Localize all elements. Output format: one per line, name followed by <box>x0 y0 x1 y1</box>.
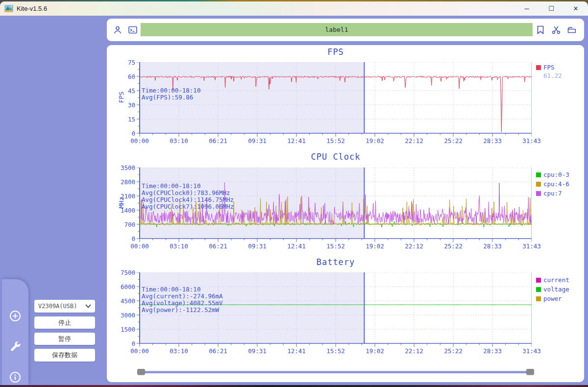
pause-button-label: 暂停 <box>58 335 71 343</box>
minimize-button[interactable]: ─ <box>514 1 539 16</box>
legend-swatch-icon <box>536 172 541 177</box>
battery-legend-item[interactable]: current <box>536 275 569 285</box>
battery-chart-title: Battery <box>189 257 483 267</box>
cpu-x-tick-label: 31:43 <box>516 242 547 250</box>
cpu-x-tick-label: 12:41 <box>281 242 312 250</box>
legend-label: voltage <box>543 286 569 293</box>
fps-stats-annotation: Time:00:00-18:10 Avg(FPS):59.86 <box>142 87 200 101</box>
battery-x-tick-label: 19:02 <box>359 347 391 355</box>
stop-button-label: 停止 <box>58 318 71 327</box>
battery-legend-item[interactable]: voltage <box>536 285 569 294</box>
device-select[interactable]: V2309A(USB) <box>34 300 95 313</box>
cpu-y-tick-label: 700 <box>110 221 135 228</box>
save-data-button[interactable]: 保存数据 <box>34 349 95 362</box>
cpu-legend: cpu:0-3cpu:4-6cpu:7 <box>536 170 569 198</box>
cpu-x-tick-label: 09:31 <box>242 242 273 250</box>
cpu-legend-item[interactable]: cpu:0-3 <box>536 170 569 179</box>
battery-x-tick-label: 00:00 <box>124 347 155 355</box>
fps-chart-title: FPS <box>189 47 483 57</box>
battery-x-tick-label: 03:10 <box>163 347 195 355</box>
fps-y-tick-label: 15 <box>110 116 135 123</box>
cpu-y-tick-label: 2800 <box>110 178 135 186</box>
time-range-slider <box>137 368 534 375</box>
folder-icon[interactable] <box>566 24 577 35</box>
app-icon <box>4 5 13 12</box>
label-bar[interactable]: label1 <box>141 23 533 36</box>
label-bar-text: label1 <box>325 26 348 33</box>
legend-swatch-icon <box>536 65 541 70</box>
slider-handle-left[interactable] <box>137 369 145 375</box>
tools-wrench-icon[interactable] <box>8 339 22 353</box>
window-controls: ─ ☐ ✕ <box>514 1 588 16</box>
legend-swatch-icon <box>536 191 541 196</box>
bookmark-icon[interactable] <box>535 24 546 35</box>
cpu-x-tick-label: 19:02 <box>359 242 391 250</box>
cpu-x-tick-label: 06:21 <box>202 242 234 250</box>
sidebar-dock <box>2 279 28 385</box>
fps-x-tick-label: 03:10 <box>163 137 195 145</box>
cpu-x-tick-label: 00:00 <box>124 242 155 250</box>
console-icon[interactable] <box>127 24 138 35</box>
add-icon[interactable] <box>8 309 22 323</box>
battery-x-tick-label: 25:22 <box>438 347 469 355</box>
fps-y-tick-label: 0 <box>110 130 135 137</box>
battery-y-tick-label: 4500 <box>110 297 135 305</box>
battery-x-tick-label: 09:31 <box>242 347 273 355</box>
slider-track[interactable] <box>140 371 531 373</box>
fps-y-tick-label: 45 <box>110 87 135 95</box>
cpu-legend-item[interactable]: cpu:7 <box>536 189 569 198</box>
toolbar-panel: label1 <box>107 19 584 41</box>
chart-panel: FPSFPS7560453015000:0003:1006:2109:3112:… <box>107 45 584 382</box>
cpu-legend-item[interactable]: cpu:4-6 <box>536 179 569 189</box>
device-select-value: V2309A(USB) <box>38 303 77 310</box>
info-icon[interactable] <box>8 370 22 384</box>
fps-y-tick-label: 75 <box>110 59 135 66</box>
legend-swatch-icon <box>536 287 541 292</box>
fps-x-tick-label: 31:43 <box>516 137 547 145</box>
battery-y-tick-label: 1500 <box>110 326 135 333</box>
cpu-x-tick-label: 25:22 <box>438 242 469 250</box>
cpu-x-tick-label: 15:52 <box>320 242 351 250</box>
legend-label: cpu:7 <box>543 190 562 197</box>
chevron-down-icon <box>85 304 91 308</box>
cpu-y-tick-label: 2100 <box>110 193 135 200</box>
battery-legend-item[interactable]: power <box>536 294 569 303</box>
battery-x-tick-label: 06:21 <box>202 347 234 355</box>
battery-legend: currentvoltagepower <box>536 275 569 303</box>
cpu-y-tick-label: 3500 <box>110 164 135 171</box>
fps-x-tick-label: 22:12 <box>398 137 430 145</box>
pause-button[interactable]: 暂停 <box>34 333 95 345</box>
fps-x-tick-label: 25:22 <box>438 137 469 145</box>
fps-legend-current-value: 61.22 <box>543 72 562 79</box>
maximize-button[interactable]: ☐ <box>539 1 564 16</box>
fps-y-tick-label: 60 <box>110 73 135 80</box>
fps-x-tick-label: 15:52 <box>320 137 351 145</box>
battery-x-tick-label: 22:12 <box>398 347 430 355</box>
titlebar: Kite-v1.5.6 ─ ☐ ✕ <box>0 1 588 16</box>
window-title: Kite-v1.5.6 <box>17 5 47 12</box>
fps-x-tick-label: 19:02 <box>359 137 391 145</box>
battery-x-tick-label: 15:52 <box>320 347 351 355</box>
main-area: V2309A(USB) 停止 暂停 保存数据 label1 <box>0 16 588 385</box>
battery-y-tick-label: 6000 <box>110 283 135 290</box>
fps-x-tick-label: 28:33 <box>477 137 508 145</box>
cpu-stats-annotation: Time:00:00-18:10 Avg(CPUClock0):783.96MH… <box>142 183 234 210</box>
battery-x-tick-label: 12:41 <box>281 347 312 355</box>
fps-legend-item[interactable]: FPS <box>536 63 562 72</box>
legend-label: cpu:0-3 <box>543 171 569 178</box>
legend-label: power <box>543 295 562 302</box>
stop-button[interactable]: 停止 <box>34 316 95 329</box>
slider-handle-right[interactable] <box>526 369 534 375</box>
legend-swatch-icon <box>536 278 541 283</box>
cut-scissors-icon[interactable] <box>551 24 562 35</box>
battery-x-tick-label: 28:33 <box>477 347 508 355</box>
legend-swatch-icon <box>536 296 541 301</box>
fps-x-tick-label: 06:21 <box>202 137 234 145</box>
fps-x-tick-label: 00:00 <box>124 137 155 145</box>
close-button[interactable]: ✕ <box>564 1 588 16</box>
cpu-chart-title: CPU Clock <box>189 152 483 162</box>
user-icon[interactable] <box>112 24 123 35</box>
fps-y-tick-label: 30 <box>110 101 135 109</box>
cpu-x-tick-label: 28:33 <box>477 242 508 250</box>
battery-stats-annotation: Time:00:00-18:10 Avg(current):-274.96mA … <box>142 286 223 314</box>
